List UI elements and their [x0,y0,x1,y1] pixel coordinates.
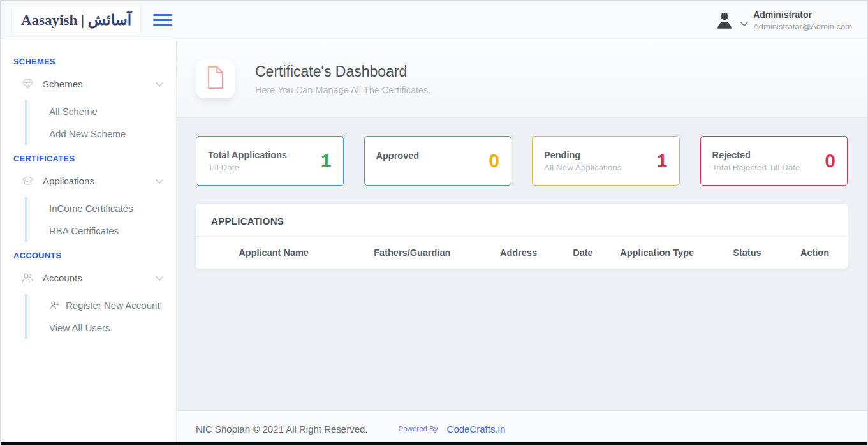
powered-by-label: Powered By [399,425,438,433]
user-name: Administrator [753,10,852,20]
codecrafts-link[interactable]: CodeCrafts.in [447,424,506,435]
sidebar-item-label: Accounts [43,272,156,283]
stat-label: Approved [376,151,420,161]
column-header-fathers-guardian: Fathers/Guardian [348,248,476,258]
stat-card-text: Rejected Total Rejected Till Date [712,150,800,172]
applications-table-card: APPLICATIONS Applicant Name Fathers/Guar… [196,204,848,269]
chevron-down-icon [156,78,163,90]
sidebar-item-rba-certificates[interactable]: RBA Certificates [49,219,176,242]
diamond-icon [21,77,34,91]
applications-submenu: InCome Certificates RBA Certificates [25,197,176,242]
user-info: Administrator Administrator@Admin.com [753,10,852,31]
sidebar-item-applications[interactable]: Applications [1,166,176,196]
sidebar-item-schemes[interactable]: Schemes [1,69,176,99]
user-plus-icon [49,300,60,311]
stat-card-approved[interactable]: Approved 0 [364,136,512,186]
stat-label: Pending [544,150,622,160]
column-header-address: Address [476,248,560,258]
stat-sublabel: All New Applications [544,163,622,172]
app-logo[interactable]: Aasayish | آسائش [12,6,140,34]
chevron-down-icon [740,18,748,29]
content-area: Total Applications Till Date 1 Approved … [177,118,867,410]
table-header-row: Applicant Name Fathers/Guardian Address … [196,237,848,269]
main-content: Certificate's Dashboard Here You Can Man… [177,40,867,446]
sidebar-item-accounts[interactable]: Accounts [1,263,176,293]
submenu-item-label: InCome Certificates [49,203,133,214]
stat-card-text: Pending All New Applications [544,150,622,172]
stats-row: Total Applications Till Date 1 Approved … [196,136,848,186]
stat-card-text: Total Applications Till Date [208,150,287,172]
column-header-application-type: Application Type [605,248,709,258]
sidebar-item-register-new-account[interactable]: Register New Account [49,294,176,316]
stat-card-total-applications[interactable]: Total Applications Till Date 1 [196,136,344,186]
page-header-titles: Certificate's Dashboard Here You Can Man… [255,63,430,95]
app-window: Aasayish | آسائش Administrator Administr… [0,0,868,446]
copyright-text: NIC Shopian © 2021 All Right Reserved. [196,424,368,435]
sidebar-item-add-new-scheme[interactable]: Add New Scheme [49,123,176,145]
page-title: Certificate's Dashboard [255,63,430,80]
submenu-item-label: Register New Account [66,300,160,311]
file-icon [206,66,225,92]
user-avatar-icon [714,10,735,31]
graduation-cap-icon [21,174,34,188]
stat-card-text: Approved [376,151,420,172]
sidebar-item-label: Applications [43,175,156,186]
hamburger-menu-icon[interactable] [153,11,172,29]
submenu-item-label: Add New Scheme [49,128,126,139]
sidebar-heading-certificates: CERTIFICATES [13,154,176,163]
submenu-item-label: RBA Certificates [49,225,119,236]
window-bottom-edge [1,442,867,445]
column-header-applicant-name: Applicant Name [200,248,348,258]
sidebar-item-income-certificates[interactable]: InCome Certificates [49,197,176,219]
stat-sublabel: Till Date [208,163,287,172]
sidebar-item-view-all-users[interactable]: View All Users [49,316,176,339]
stat-label: Rejected [712,150,800,160]
sidebar: SCHEMES Schemes All Scheme Ad [1,40,177,446]
top-navbar: Aasayish | آسائش Administrator Administr… [1,1,867,40]
stat-sublabel: Total Rejected Till Date [712,163,800,172]
app-logo-text: Aasayish | آسائش [21,11,131,29]
stat-card-pending[interactable]: Pending All New Applications 1 [532,136,680,186]
stat-label: Total Applications [208,150,287,160]
sidebar-item-label: Schemes [43,78,156,89]
submenu-item-label: View All Users [49,322,110,333]
submenu-item-label: All Scheme [49,106,98,117]
stat-value: 1 [321,150,332,172]
sidebar-item-all-scheme[interactable]: All Scheme [49,100,176,123]
stat-card-rejected[interactable]: Rejected Total Rejected Till Date 0 [700,136,848,186]
user-menu[interactable]: Administrator Administrator@Admin.com [714,10,852,31]
chevron-down-icon [156,175,163,187]
sidebar-heading-accounts: ACCOUNTS [13,251,176,260]
schemes-submenu: All Scheme Add New Scheme [25,100,176,145]
user-email: Administrator@Admin.com [753,22,852,31]
users-icon [21,271,34,285]
column-header-action: Action [786,248,844,258]
column-header-status: Status [709,248,786,258]
stat-value: 0 [489,150,499,172]
stat-value: 0 [825,150,835,172]
page-subtitle: Here You Can Manage All The Certificates… [255,85,430,95]
chevron-down-icon [156,272,163,284]
dashboard-icon-card [196,59,235,98]
accounts-submenu: Register New Account View All Users [25,294,176,339]
stat-value: 1 [657,150,668,172]
footer: NIC Shopian © 2021 All Right Reserved. P… [177,410,867,446]
stat-sublabel [376,163,420,172]
sidebar-heading-schemes: SCHEMES [13,57,176,66]
column-header-date: Date [561,248,606,258]
applications-table-title: APPLICATIONS [196,204,848,236]
page-header: Certificate's Dashboard Here You Can Man… [177,40,867,118]
